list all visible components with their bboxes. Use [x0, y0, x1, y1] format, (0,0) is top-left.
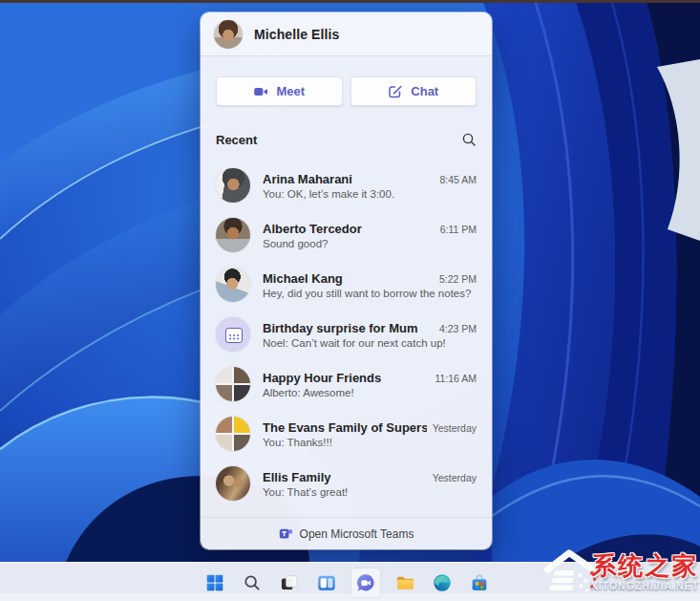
- teams-chat-icon: [354, 571, 377, 594]
- chat-preview: Alberto: Awesome!: [263, 387, 477, 398]
- chat-preview: Noel: Can’t wait for our next catch up!: [263, 337, 477, 349]
- watermark-site-name: 系统之家: [591, 553, 698, 578]
- desktop: Michelle Ellis Meet Chat Recent: [0, 0, 700, 601]
- start-button[interactable]: [202, 569, 227, 597]
- chat-avatar: [216, 268, 250, 302]
- chat-preview: You: That’s great!: [263, 486, 477, 498]
- chat-avatar-calendar: [216, 317, 250, 352]
- widgets-button[interactable]: [314, 569, 339, 597]
- chat-list-item[interactable]: Happy Hour Friends 11:16 AM Alberto: Awe…: [201, 359, 492, 409]
- video-camera-icon: [253, 84, 268, 99]
- microsoft-store-button[interactable]: [467, 569, 492, 597]
- file-explorer-button[interactable]: [392, 569, 417, 597]
- chat-preview: You: Thanks!!!: [263, 437, 477, 448]
- chat-list-item[interactable]: Ellis Family Yesterday You: That’s great…: [201, 459, 492, 508]
- user-profile-header[interactable]: Michelle Ellis: [201, 12, 492, 56]
- folder-icon: [394, 571, 416, 593]
- chat-timestamp: 5:22 PM: [439, 273, 477, 285]
- teams-chat-flyout: Michelle Ellis Meet Chat Recent: [201, 12, 492, 549]
- chat-name: Michael Kang: [263, 271, 343, 286]
- meet-button-label: Meet: [276, 84, 305, 98]
- edge-browser-button[interactable]: [430, 569, 455, 597]
- widgets-icon: [316, 572, 337, 593]
- chat-timestamp: 8:45 AM: [439, 174, 477, 185]
- chat-preview: Sound good?: [263, 238, 477, 249]
- chat-timestamp: 6:11 PM: [440, 224, 477, 235]
- task-view-icon: [279, 572, 300, 593]
- edge-icon: [432, 572, 453, 593]
- recent-chat-list: Arina Maharani 8:45 AM You: OK, let’s ma…: [201, 161, 492, 508]
- chat-preview: Hey, did you still want to borrow the no…: [263, 288, 477, 299]
- screen-top-edge: [0, 0, 700, 3]
- meet-button[interactable]: Meet: [216, 76, 343, 106]
- user-name: Michelle Ellis: [254, 27, 339, 42]
- taskbar-search-button[interactable]: [240, 569, 265, 597]
- house-logo-icon: [541, 547, 597, 597]
- chat-avatar: [216, 466, 250, 501]
- chat-name: Birthday surprise for Mum: [263, 321, 418, 335]
- store-icon: [469, 572, 490, 593]
- chat-avatar-group: [216, 367, 250, 401]
- windows-logo-icon: [204, 572, 225, 593]
- open-teams-link[interactable]: Open Microsoft Teams: [201, 517, 492, 549]
- chat-taskbar-button[interactable]: [351, 569, 380, 597]
- chat-name: Alberto Tercedor: [263, 222, 362, 236]
- chat-list-item[interactable]: Arina Maharani 8:45 AM You: OK, let’s ma…: [201, 161, 492, 210]
- watermark-site-url: XITONGZHIJIA.NET: [591, 580, 699, 591]
- chat-button-label: Chat: [411, 84, 438, 98]
- search-icon: [242, 572, 263, 593]
- open-teams-label: Open Microsoft Teams: [300, 527, 414, 541]
- chat-name: Happy Hour Friends: [263, 371, 381, 385]
- chat-name: Ellis Family: [263, 470, 331, 484]
- chat-avatar: [216, 218, 250, 252]
- chat-name: Arina Maharani: [263, 172, 352, 186]
- chat-button[interactable]: Chat: [350, 76, 477, 106]
- teams-logo-icon: [279, 526, 293, 541]
- chat-list-item[interactable]: The Evans Family of Supers Yesterday You…: [201, 409, 492, 459]
- chat-timestamp: Yesterday: [433, 472, 477, 483]
- chat-avatar: [216, 168, 250, 203]
- chat-timestamp: 11:16 AM: [435, 373, 477, 384]
- chat-timestamp: Yesterday: [433, 422, 477, 434]
- new-chat-icon: [388, 84, 403, 99]
- search-icon[interactable]: [461, 132, 477, 147]
- chat-list-item[interactable]: Alberto Tercedor 6:11 PM Sound good?: [201, 210, 492, 260]
- chat-preview: You: OK, let’s make it 3:00.: [263, 188, 477, 200]
- site-watermark: 系统之家 XITONGZHIJIA.NET: [541, 547, 699, 597]
- chat-avatar-group: [216, 417, 250, 451]
- chat-list-item[interactable]: Michael Kang 5:22 PM Hey, did you still …: [201, 260, 492, 310]
- chat-name: The Evans Family of Supers: [263, 420, 427, 435]
- chat-timestamp: 4:23 PM: [439, 323, 477, 334]
- task-view-button[interactable]: [277, 569, 302, 597]
- user-avatar: [214, 20, 243, 49]
- chat-list-item[interactable]: Birthday surprise for Mum 4:23 PM Noel: …: [201, 310, 492, 359]
- recent-label: Recent: [216, 133, 257, 147]
